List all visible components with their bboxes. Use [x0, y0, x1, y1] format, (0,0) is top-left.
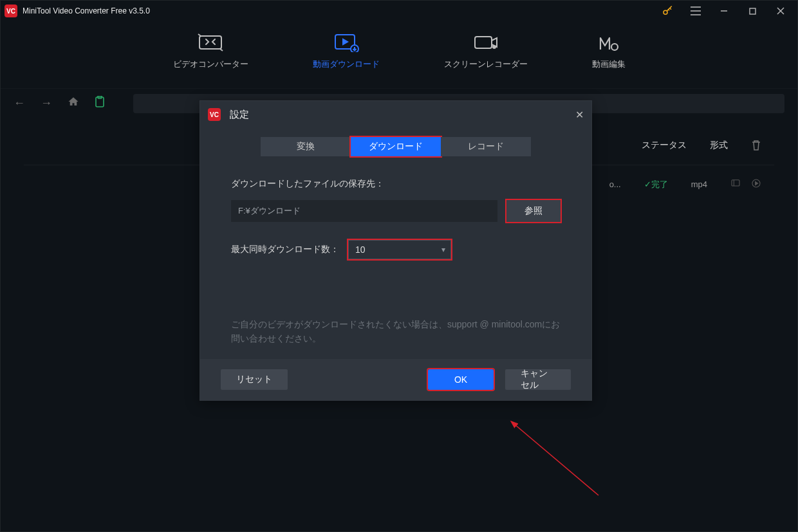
browse-button[interactable]: 参照: [506, 200, 561, 222]
support-note: ご自分のビデオがダウンロードされたくない場合は、support @ minito…: [231, 317, 561, 346]
settings-tab-convert[interactable]: 変換: [261, 137, 351, 156]
save-location-label: ダウンロードしたファイルの保存先：: [231, 178, 561, 190]
svg-line-20: [515, 425, 598, 495]
save-location-input[interactable]: F:¥ダウンロード: [231, 200, 497, 222]
settings-tab-record[interactable]: レコード: [441, 137, 531, 156]
max-concurrent-label: 最大同時ダウンロード数：: [231, 244, 339, 255]
modal-title: 設定: [230, 109, 249, 121]
cancel-button[interactable]: キャンセル: [505, 369, 571, 390]
settings-modal: VC 設定 ✕ 変換 ダウンロード レコード ダウンロードしたファイルの保存先：…: [200, 100, 592, 401]
modal-overlay: VC 設定 ✕ 変換 ダウンロード レコード ダウンロードしたファイルの保存先：…: [0, 0, 798, 532]
modal-footer: リセット OK キャンセル: [200, 359, 591, 400]
ok-button[interactable]: OK: [428, 369, 494, 390]
modal-app-icon: VC: [208, 108, 221, 121]
settings-tab-download[interactable]: ダウンロード: [351, 137, 441, 156]
max-concurrent-select[interactable]: 10: [348, 240, 451, 259]
annotation-arrow: [508, 418, 611, 508]
reset-button[interactable]: リセット: [221, 369, 288, 390]
modal-close-icon[interactable]: ✕: [575, 109, 584, 121]
modal-header: VC 設定 ✕: [200, 101, 591, 128]
settings-tabs: 変換 ダウンロード レコード: [200, 137, 591, 156]
